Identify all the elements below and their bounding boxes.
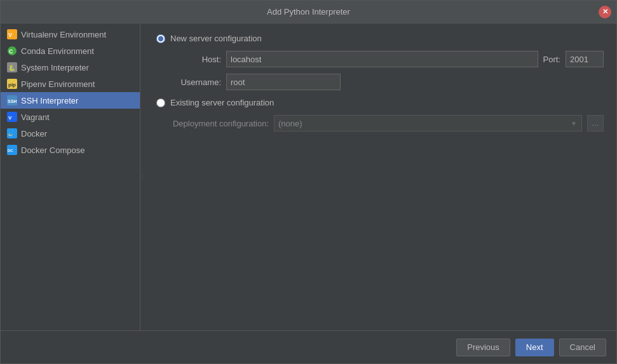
sidebar-item-label: Docker <box>21 129 47 138</box>
sidebar-item-vagrant[interactable]: V Vagrant <box>1 109 140 125</box>
conda-icon: C <box>7 46 17 56</box>
browse-button[interactable]: … <box>587 115 604 131</box>
existing-server-form: Deployment configuration: (none) ▼ … <box>156 115 604 131</box>
docker-compose-icon: DC <box>7 145 17 155</box>
port-input[interactable] <box>566 51 604 67</box>
svg-text:🐳: 🐳 <box>8 131 13 137</box>
sidebar-item-label: SSH Interpreter <box>21 96 78 105</box>
sidebar: V Virtualenv Environment C Conda Environ… <box>1 24 140 330</box>
host-input[interactable] <box>226 51 538 67</box>
host-label: Host: <box>170 55 221 64</box>
host-row: Host: Port: <box>170 51 604 67</box>
sidebar-item-pipenv[interactable]: pip Pipenv Environment <box>1 76 140 92</box>
sidebar-item-docker[interactable]: 🐳 Docker <box>1 125 140 142</box>
ssh-icon: SSH <box>7 95 17 105</box>
sidebar-item-virtualenv[interactable]: V Virtualenv Environment <box>1 26 140 43</box>
new-server-form: Host: Port: Username: <box>156 51 604 90</box>
port-label: Port: <box>543 55 560 64</box>
next-button[interactable]: Next <box>515 339 554 356</box>
sidebar-item-conda[interactable]: C Conda Environment <box>1 43 140 59</box>
new-server-radio-row: New server configuration <box>156 34 604 43</box>
sidebar-item-label: Conda Environment <box>21 46 94 56</box>
deployment-select-wrapper: (none) ▼ <box>274 115 582 131</box>
deployment-select[interactable]: (none) <box>274 115 582 131</box>
sidebar-item-label: Docker Compose <box>21 145 85 155</box>
svg-text:V: V <box>8 115 12 121</box>
svg-text:SSH: SSH <box>8 99 17 104</box>
username-row: Username: <box>170 74 604 90</box>
sidebar-item-docker-compose[interactable]: DC Docker Compose <box>1 142 140 158</box>
svg-text:C: C <box>9 48 13 55</box>
sidebar-item-label: Virtualenv Environment <box>21 30 106 39</box>
virtualenv-icon: V <box>7 29 17 39</box>
title-bar: Add Python Interpreter ✕ <box>1 1 616 24</box>
vagrant-icon: V <box>7 112 17 122</box>
sidebar-item-ssh[interactable]: SSH SSH Interpreter <box>1 92 140 109</box>
pipenv-icon: pip <box>7 79 17 89</box>
deployment-label: Deployment configuration: <box>170 119 269 128</box>
sidebar-item-label: Pipenv Environment <box>21 79 95 89</box>
dialog-title: Add Python Interpreter <box>267 7 350 17</box>
svg-text:🐍: 🐍 <box>8 64 16 72</box>
dialog-content: V Virtualenv Environment C Conda Environ… <box>1 24 616 330</box>
new-server-radio[interactable] <box>156 34 165 43</box>
sidebar-item-label: Vagrant <box>21 112 50 122</box>
svg-text:DC: DC <box>8 149 13 152</box>
deployment-row: Deployment configuration: (none) ▼ … <box>170 115 604 131</box>
add-python-interpreter-dialog: Add Python Interpreter ✕ V Virtualenv En… <box>0 0 617 364</box>
existing-server-radio-row: Existing server configuration <box>156 98 604 107</box>
cancel-button[interactable]: Cancel <box>559 339 606 356</box>
username-label: Username: <box>170 78 221 87</box>
svg-text:pip: pip <box>8 82 16 88</box>
previous-button[interactable]: Previous <box>456 339 510 356</box>
new-server-label[interactable]: New server configuration <box>170 34 262 43</box>
docker-icon: 🐳 <box>7 128 17 138</box>
system-icon: 🐍 <box>7 62 17 72</box>
dialog-footer: Previous Next Cancel <box>1 330 616 363</box>
existing-server-radio[interactable] <box>156 98 165 107</box>
existing-server-label[interactable]: Existing server configuration <box>170 98 274 107</box>
main-panel: New server configuration Host: Port: Use… <box>144 24 616 330</box>
sidebar-item-system[interactable]: 🐍 System Interpreter <box>1 59 140 76</box>
username-input[interactable] <box>226 74 341 90</box>
close-button[interactable]: ✕ <box>599 6 611 18</box>
sidebar-item-label: System Interpreter <box>21 63 89 72</box>
svg-text:V: V <box>8 32 12 38</box>
